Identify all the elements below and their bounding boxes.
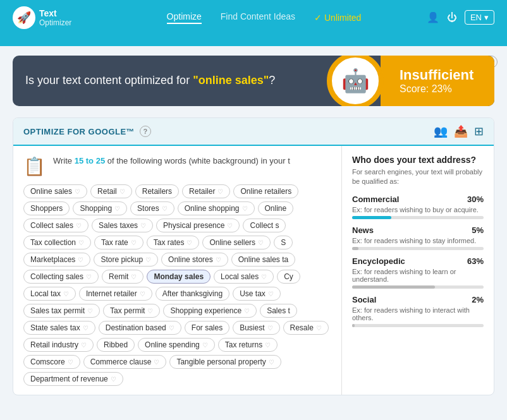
tag-internet-retailer[interactable]: Internet retailer ♡ xyxy=(79,287,152,301)
main-content: ? Is your text content optimized for "on… xyxy=(0,46,507,405)
tag-department-of-revenue[interactable]: Department of revenue ♡ xyxy=(23,372,123,386)
tag-tax-rate[interactable]: Tax rate ♡ xyxy=(94,236,144,249)
tag-online-sales[interactable]: Online sales ♡ xyxy=(23,184,87,198)
metric-name-encyclopedic: Encyclopedic xyxy=(352,256,405,266)
tag-cy[interactable]: Cy xyxy=(277,270,300,284)
metric-bar-fill xyxy=(352,247,358,250)
heart-icon: ♡ xyxy=(267,325,273,332)
heart-icon: ♡ xyxy=(217,188,223,195)
robot-face: 🤖 xyxy=(330,56,381,106)
tag-online-sellers[interactable]: Online sellers ♡ xyxy=(202,236,271,249)
heart-icon: ♡ xyxy=(78,239,84,246)
metric-desc-social: Ex: for readers wishing to interact with… xyxy=(352,306,484,321)
user-icon[interactable]: 👤 xyxy=(427,11,439,23)
tag-sales-t[interactable]: Sales t xyxy=(260,304,297,318)
tag-physical-presence[interactable]: Physical presence ♡ xyxy=(156,219,240,232)
optimize-help-icon[interactable]: ? xyxy=(140,126,151,137)
metric-name-news: News xyxy=(352,225,374,235)
tag-tax-permit[interactable]: Tax permit ♡ xyxy=(103,304,160,318)
tag-monday-sales[interactable]: Monday sales xyxy=(147,270,211,284)
heart-icon: ♡ xyxy=(145,256,151,263)
document-icon: 📋 xyxy=(23,156,46,177)
users-icon[interactable]: 👥 xyxy=(434,124,448,138)
metric-bar-bg xyxy=(352,216,484,219)
metric-bar-fill xyxy=(352,216,391,219)
heart-icon: ♡ xyxy=(68,359,73,366)
banner-keyword: "online sales" xyxy=(193,74,269,87)
tag-s[interactable]: S xyxy=(274,236,293,249)
nav-find-content[interactable]: Find Content Ideas xyxy=(221,11,295,24)
panel-description: Write 15 to 25 of the following words (w… xyxy=(53,155,290,167)
tag-sales-tax-permit[interactable]: Sales tax permit ♡ xyxy=(23,304,100,318)
tag-online-retailers[interactable]: Online retailers xyxy=(233,184,298,198)
tag-tax-returns[interactable]: Tax returns ♡ xyxy=(218,338,278,352)
tag-collect-sales[interactable]: Collect sales ♡ xyxy=(23,219,89,232)
heart-icon: ♡ xyxy=(268,291,274,297)
tag-shopping-experience[interactable]: Shopping experience ♡ xyxy=(163,304,257,318)
tag-online-sales-ta[interactable]: Online sales ta xyxy=(231,253,295,267)
metric-desc-news: Ex: for readers wishing to stay informed… xyxy=(352,237,484,244)
tag-shoppers[interactable]: Shoppers xyxy=(23,201,70,215)
banner-question: Is your text content optimized for "onli… xyxy=(13,64,327,97)
metric-commercial: Commercial 30% Ex: for readers wishing t… xyxy=(352,195,484,219)
tag-marketplaces[interactable]: Marketplaces ♡ xyxy=(23,253,90,267)
heart-icon: ♡ xyxy=(75,188,80,195)
tag-resale[interactable]: Resale ♡ xyxy=(283,321,329,335)
tag-online[interactable]: Online xyxy=(258,201,294,215)
tag-retailer[interactable]: Retailer ♡ xyxy=(182,184,230,198)
tag-online-spending[interactable]: Online spending ♡ xyxy=(138,338,215,352)
tag-after-thanksgiving[interactable]: After thanksgiving xyxy=(156,287,229,301)
panel-intro: 📋 Write 15 to 25 of the following words … xyxy=(23,155,331,177)
metric-pct-encyclopedic: 63% xyxy=(467,256,484,266)
tag-commerce-clause[interactable]: Commerce clause ♡ xyxy=(83,355,167,369)
right-panel-subtitle: For search engines, your text will proba… xyxy=(352,167,484,187)
tag-collect-s[interactable]: Collect s xyxy=(243,219,286,232)
tag-shopping[interactable]: Shopping ♡ xyxy=(73,201,127,215)
heart-icon: ♡ xyxy=(265,342,271,349)
right-panel-title: Who does your text address? xyxy=(352,155,484,165)
tag-destination-based[interactable]: Destination based ♡ xyxy=(99,321,181,335)
power-icon[interactable]: ⏻ xyxy=(447,12,457,23)
language-button[interactable]: EN ▾ xyxy=(465,10,494,25)
tag-local-tax[interactable]: Local tax ♡ xyxy=(23,287,76,301)
heart-icon: ♡ xyxy=(202,342,208,349)
heart-icon: ♡ xyxy=(140,222,146,229)
heart-icon: ♡ xyxy=(140,291,145,297)
tag-ribbed[interactable]: Ribbed xyxy=(97,338,135,352)
tag-retailers[interactable]: Retailers xyxy=(135,184,179,198)
heart-icon: ♡ xyxy=(261,273,267,280)
layers-icon[interactable]: ⊞ xyxy=(474,124,484,138)
tag-online-stores[interactable]: Online stores ♡ xyxy=(161,253,228,267)
tag-busiest[interactable]: Busiest ♡ xyxy=(233,321,279,335)
heart-icon: ♡ xyxy=(131,273,137,280)
tag-retail[interactable]: Retail ♡ xyxy=(90,184,132,198)
chevron-down-icon: ▾ xyxy=(484,13,489,22)
tag-online-shopping[interactable]: Online shopping ♡ xyxy=(178,201,255,215)
metric-name-commercial: Commercial xyxy=(352,195,399,204)
tag-use-tax[interactable]: Use tax ♡ xyxy=(233,287,281,301)
heart-icon: ♡ xyxy=(258,239,264,246)
tag-remit[interactable]: Remit ♡ xyxy=(102,270,144,284)
tag-tax-rates[interactable]: Tax rates ♡ xyxy=(147,236,200,249)
tag-sales-taxes[interactable]: Sales taxes ♡ xyxy=(92,219,153,232)
main-nav: Optimize Find Content Ideas ✓ Unlimited xyxy=(120,11,408,24)
tags-container: Online sales ♡Retail ♡RetailersRetailer … xyxy=(23,184,331,386)
tag-local-sales[interactable]: Local sales ♡ xyxy=(214,270,274,284)
metric-pct-news: 5% xyxy=(472,225,484,235)
tag-state-sales-tax[interactable]: State sales tax ♡ xyxy=(23,321,95,335)
tag-tax-collection[interactable]: Tax collection ♡ xyxy=(23,236,91,249)
share-icon[interactable]: 📤 xyxy=(454,124,468,138)
tag-store-pickup[interactable]: Store pickup ♡ xyxy=(94,253,158,267)
optimize-body: 📋 Write 15 to 25 of the following words … xyxy=(13,146,494,395)
tag-tangible-personal-property[interactable]: Tangible personal property ♡ xyxy=(169,355,281,369)
tag-collecting-sales[interactable]: Collecting sales ♡ xyxy=(23,270,99,284)
tag-stores[interactable]: Stores ♡ xyxy=(130,201,174,215)
heart-icon: ♡ xyxy=(162,205,168,212)
nav-optimize[interactable]: Optimize xyxy=(167,11,202,24)
metric-pct-commercial: 30% xyxy=(467,195,484,204)
score-value: Score: 23% xyxy=(400,83,452,95)
heart-icon: ♡ xyxy=(83,325,89,332)
tag-comscore[interactable]: Comscore ♡ xyxy=(23,355,80,369)
tag-for-sales[interactable]: For sales xyxy=(185,321,229,335)
tag-retail-industry[interactable]: Retail industry ♡ xyxy=(23,338,94,352)
